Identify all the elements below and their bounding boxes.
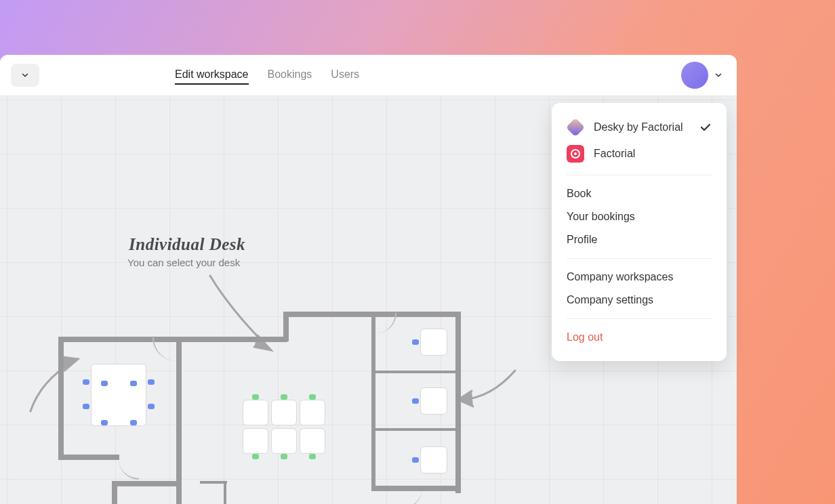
desk[interactable] xyxy=(243,400,268,425)
org-label: Desky by Factorial xyxy=(594,121,683,133)
nav-tabs: Edit workspace Bookings Users xyxy=(175,66,359,85)
wall xyxy=(371,312,375,490)
seat[interactable] xyxy=(412,398,419,404)
tab-edit-workspace[interactable]: Edit workspace xyxy=(175,66,249,85)
seat[interactable] xyxy=(130,381,137,386)
seat[interactable] xyxy=(130,420,137,425)
top-bar: Edit workspace Bookings Users xyxy=(0,55,737,96)
divider xyxy=(567,258,712,259)
door-arc xyxy=(152,337,176,361)
wall xyxy=(58,455,119,460)
desk[interactable] xyxy=(420,329,447,356)
tab-users[interactable]: Users xyxy=(331,66,359,85)
factorial-icon xyxy=(567,145,584,163)
arrow-annotation xyxy=(454,367,518,415)
wall xyxy=(176,337,182,459)
menu-item-book[interactable]: Book xyxy=(552,182,727,205)
divider xyxy=(567,175,712,175)
chevron-down-icon xyxy=(20,70,30,80)
wall xyxy=(176,457,182,504)
desk[interactable] xyxy=(271,400,297,425)
desk[interactable] xyxy=(420,446,447,474)
desk[interactable] xyxy=(243,428,268,454)
avatar xyxy=(681,62,708,89)
wall xyxy=(200,481,227,484)
org-item-factorial[interactable]: Factorial xyxy=(552,140,727,168)
annotation-title: Individual Desk xyxy=(129,235,245,254)
desk[interactable] xyxy=(300,428,325,454)
menu-item-profile[interactable]: Profile xyxy=(552,228,727,251)
menu-item-company-workspaces[interactable]: Company workspaces xyxy=(552,266,727,289)
wall xyxy=(455,312,461,493)
seat[interactable] xyxy=(412,339,419,345)
org-label: Factorial xyxy=(594,148,635,160)
seat[interactable] xyxy=(148,404,155,409)
divider xyxy=(567,318,712,319)
seat[interactable] xyxy=(83,404,89,409)
seat[interactable] xyxy=(101,420,108,425)
seat[interactable] xyxy=(252,454,259,459)
desk[interactable] xyxy=(91,364,146,426)
wall xyxy=(373,371,460,373)
annotation-subtitle: You can select your desk xyxy=(127,257,240,268)
org-item-desky[interactable]: Desky by Factorial xyxy=(552,115,727,140)
user-menu-trigger[interactable] xyxy=(681,62,723,89)
check-icon xyxy=(699,121,712,133)
desk[interactable] xyxy=(420,387,447,415)
seat[interactable] xyxy=(148,379,155,385)
wall xyxy=(224,481,226,504)
tab-bookings[interactable]: Bookings xyxy=(268,66,312,85)
arrow-annotation xyxy=(203,269,291,357)
seat[interactable] xyxy=(252,394,259,400)
seat[interactable] xyxy=(412,457,419,463)
menu-item-company-settings[interactable]: Company settings xyxy=(552,289,727,312)
arrow-annotation xyxy=(27,354,81,418)
seat[interactable] xyxy=(83,379,89,385)
desk[interactable] xyxy=(271,428,297,454)
seat[interactable] xyxy=(309,394,316,400)
door-arc xyxy=(376,313,396,333)
user-popup-menu: Desky by Factorial Factorial Book Your b… xyxy=(552,103,727,361)
seat[interactable] xyxy=(281,394,287,400)
seat[interactable] xyxy=(101,381,108,386)
chevron-down-icon xyxy=(714,70,723,80)
seat[interactable] xyxy=(309,454,316,459)
wall xyxy=(58,337,64,460)
menu-item-logout[interactable]: Log out xyxy=(552,326,727,349)
door-arc xyxy=(403,489,422,504)
wall xyxy=(373,428,460,431)
svg-point-1 xyxy=(574,152,577,155)
desky-icon xyxy=(566,118,585,137)
wall xyxy=(112,481,180,486)
desk[interactable] xyxy=(300,400,325,425)
seat[interactable] xyxy=(281,454,287,459)
door-arc xyxy=(119,459,139,480)
menu-item-your-bookings[interactable]: Your bookings xyxy=(552,205,727,228)
workspace-dropdown-button[interactable] xyxy=(11,64,39,87)
